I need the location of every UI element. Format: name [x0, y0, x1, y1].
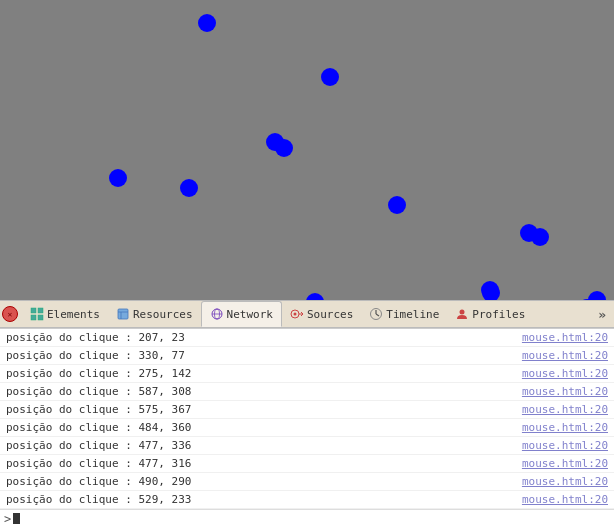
console-message: posição do clique : 529, 233: [6, 493, 191, 506]
tab-profiles[interactable]: Profiles: [447, 301, 533, 327]
devtools-toolbar: Elements Resources Network Sources: [0, 300, 614, 328]
console-row: posição do clique : 529, 233mouse.html:2…: [0, 491, 614, 509]
console-message: posição do clique : 207, 23: [6, 331, 185, 344]
console-message: posição do clique : 275, 142: [6, 367, 191, 380]
svg-point-18: [460, 310, 465, 315]
console-source-link[interactable]: mouse.html:20: [522, 349, 608, 362]
profiles-icon: [455, 307, 469, 321]
dot: [275, 139, 293, 157]
console-message: posição do clique : 484, 360: [6, 421, 191, 434]
tab-network[interactable]: Network: [201, 301, 282, 327]
console-message: posição do clique : 490, 290: [6, 475, 191, 488]
svg-rect-3: [38, 315, 43, 320]
console-source-link[interactable]: mouse.html:20: [522, 421, 608, 434]
tab-elements[interactable]: Elements: [22, 301, 108, 327]
tab-profiles-label: Profiles: [472, 308, 525, 321]
console-source-link[interactable]: mouse.html:20: [522, 367, 608, 380]
tab-sources-label: Sources: [307, 308, 353, 321]
svg-point-11: [293, 313, 296, 316]
console-message: posição do clique : 477, 316: [6, 457, 191, 470]
dot: [388, 196, 406, 214]
console-message: posição do clique : 587, 308: [6, 385, 191, 398]
tab-elements-label: Elements: [47, 308, 100, 321]
tab-timeline[interactable]: Timeline: [361, 301, 447, 327]
console-source-link[interactable]: mouse.html:20: [522, 457, 608, 470]
svg-line-17: [376, 314, 379, 316]
svg-rect-0: [31, 308, 36, 313]
dot: [180, 179, 198, 197]
console-message: posição do clique : 575, 367: [6, 403, 191, 416]
timeline-icon: [369, 307, 383, 321]
tab-resources-label: Resources: [133, 308, 193, 321]
dot: [109, 169, 127, 187]
console-row: posição do clique : 477, 336mouse.html:2…: [0, 437, 614, 455]
console-source-link[interactable]: mouse.html:20: [522, 493, 608, 506]
console-message: posição do clique : 477, 336: [6, 439, 191, 452]
dot: [588, 291, 606, 300]
resources-icon: [116, 307, 130, 321]
console-row: posição do clique : 575, 367mouse.html:2…: [0, 401, 614, 419]
console-source-link[interactable]: mouse.html:20: [522, 403, 608, 416]
console-cursor: [13, 513, 20, 525]
dot: [482, 284, 500, 300]
devtools-close-button[interactable]: [2, 306, 18, 322]
svg-rect-4: [118, 309, 128, 319]
console-message: posição do clique : 330, 77: [6, 349, 185, 362]
tab-timeline-label: Timeline: [386, 308, 439, 321]
dot: [306, 293, 324, 300]
console-row: posição do clique : 275, 142mouse.html:2…: [0, 365, 614, 383]
console-row: posição do clique : 484, 360mouse.html:2…: [0, 419, 614, 437]
console-prompt: >: [4, 512, 11, 524]
canvas-area[interactable]: [0, 0, 614, 300]
console-source-link[interactable]: mouse.html:20: [522, 439, 608, 452]
network-icon: [210, 307, 224, 321]
console-row: posição do clique : 587, 308mouse.html:2…: [0, 383, 614, 401]
devtools-more-button[interactable]: »: [592, 305, 612, 324]
console-source-link[interactable]: mouse.html:20: [522, 331, 608, 344]
console-area: posição do clique : 207, 23mouse.html:20…: [0, 328, 614, 524]
tab-network-label: Network: [227, 308, 273, 321]
tab-resources[interactable]: Resources: [108, 301, 201, 327]
console-row: posição do clique : 330, 77mouse.html:20: [0, 347, 614, 365]
console-source-link[interactable]: mouse.html:20: [522, 385, 608, 398]
elements-icon: [30, 307, 44, 321]
svg-rect-1: [38, 308, 43, 313]
sources-icon: [290, 307, 304, 321]
console-input-row[interactable]: >: [0, 509, 614, 524]
console-row: posição do clique : 490, 290mouse.html:2…: [0, 473, 614, 491]
svg-rect-2: [31, 315, 36, 320]
console-row: posição do clique : 207, 23mouse.html:20: [0, 329, 614, 347]
tab-sources[interactable]: Sources: [282, 301, 361, 327]
console-source-link[interactable]: mouse.html:20: [522, 475, 608, 488]
dot: [321, 68, 339, 86]
dot: [198, 14, 216, 32]
dot: [520, 224, 538, 242]
console-row: posição do clique : 477, 316mouse.html:2…: [0, 455, 614, 473]
